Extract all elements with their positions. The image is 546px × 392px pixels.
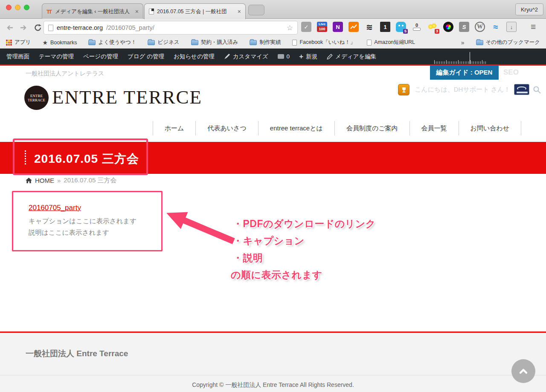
close-window-button[interactable] <box>6 5 12 10</box>
nav-membership[interactable]: 会員制度のご案内 <box>334 121 410 135</box>
chevron-up-icon <box>517 365 529 377</box>
new-tab-button[interactable] <box>248 5 264 15</box>
search-icon[interactable] <box>532 85 542 96</box>
plus-icon: + <box>299 52 303 61</box>
pdf-download-link[interactable]: 20160705_party <box>29 204 81 212</box>
extension-badge: 5 <box>403 29 408 34</box>
bookmark-folder[interactable]: よく使うやつ！ <box>88 39 136 46</box>
folder-icon <box>191 40 198 45</box>
tab-title: メディアを編集 ‹ 一般社団法人 <box>55 8 132 15</box>
back-button[interactable] <box>4 22 15 33</box>
folder-icon <box>250 40 257 45</box>
apps-shortcut[interactable]: アプリ <box>6 39 31 46</box>
back-arrow-icon <box>5 23 15 32</box>
ghost-eyes <box>398 25 404 26</box>
admin-edit-media-link[interactable]: メディアを編集 <box>322 49 381 64</box>
trophy-icon-button[interactable] <box>398 84 410 95</box>
admin-pages-link[interactable]: ページの管理 <box>78 49 123 64</box>
edit-guide-button[interactable]: 編集ガイド : OPEN <box>430 65 499 80</box>
live100-extension-icon[interactable]: Live100 <box>317 22 327 32</box>
counter-extension-icon[interactable]: 0 <box>412 22 422 32</box>
site-logo-text[interactable]: ENTRE TERRCE <box>52 86 202 108</box>
annotation-notes: ・PDFのダウンロードのリンク ・キャプション ・説明 の順に表示されます <box>233 215 376 283</box>
main-navigation: ホーム 代表あいさつ entree terraceとは 会員制度のご案内 会員一… <box>153 121 521 135</box>
url-domain: entre-terrace.org <box>57 24 103 31</box>
brush-icon <box>224 53 230 60</box>
page-icon <box>367 40 372 46</box>
color-wheel-hub <box>446 24 451 29</box>
profile-button[interactable]: Kryu^2 <box>515 3 543 15</box>
badge-bar <box>517 92 528 93</box>
analytics-extension-icon[interactable] <box>349 22 359 32</box>
extension-badge: 3 <box>435 29 439 34</box>
other-bookmarks-folder[interactable]: その他のブックマーク <box>476 39 540 46</box>
bookmark-star-icon[interactable]: ☆ <box>287 23 293 32</box>
stylish-extension-icon[interactable]: S <box>459 22 469 32</box>
site-logo-seal[interactable]: ENTRE TERRACE <box>24 86 49 110</box>
nav-about[interactable]: entree terraceとは <box>258 121 334 135</box>
address-bar[interactable]: entre-terrace.org/20160705_party/ ☆ <box>44 21 298 35</box>
admin-customize-link[interactable]: カスタマイズ <box>219 49 273 64</box>
admin-news-link[interactable]: お知らせの管理 <box>169 49 219 64</box>
admin-blog-link[interactable]: ブログ の管理 <box>123 49 169 64</box>
scroll-to-top-button[interactable] <box>511 359 535 383</box>
nav-contact[interactable]: お問い合わせ <box>459 121 521 135</box>
wordpress-extension-icon[interactable]: W <box>475 22 485 32</box>
browser-tab-strip: TT メディアを編集 ‹ 一般社団法人 × 2016.07.05 三方会 | 一… <box>0 0 546 19</box>
admin-comments-link[interactable]: 0 <box>273 49 295 64</box>
color-picker-extension-icon[interactable] <box>443 22 453 32</box>
lightbulb-extension-icon[interactable]: 3 <box>427 22 438 32</box>
admin-new-link[interactable]: + 新規 <box>294 49 322 64</box>
chart-line-icon <box>350 23 357 31</box>
onenote-extension-icon[interactable]: N <box>333 22 343 32</box>
reload-icon <box>33 23 43 32</box>
admin-dashboard-link[interactable]: 管理画面 <box>2 49 34 64</box>
bookmark-folder[interactable]: ビジネス <box>148 39 179 46</box>
tab-close-icon[interactable]: × <box>238 8 241 15</box>
waves-extension-icon[interactable]: ≈ <box>491 22 501 32</box>
annotation-box-attachment: 20160705_party キャプションはここに表示されます 説明はここに表示… <box>12 191 163 251</box>
bookmark-folder[interactable]: 契約・購入済み <box>191 39 238 46</box>
site-footer: 一般社団法人 Entre Terrace Copyright © 一般社団法人 … <box>0 331 546 392</box>
tab-current-page[interactable]: 2016.07.05 三方会 | 一般社団 × <box>144 3 246 19</box>
extension-row: ✓ Live100 N ≋ 1 5 0 3 S W ≈ ↓ <box>301 22 517 32</box>
tab-title: 2016.07.05 三方会 | 一般社団 <box>157 8 235 15</box>
annotation-line: ・キャプション <box>233 232 376 249</box>
annotation-line: ・PDFのダウンロードのリンク <box>233 215 376 232</box>
bookmark-folder[interactable]: 制作実績 <box>250 39 281 46</box>
minimize-window-button[interactable] <box>15 5 20 10</box>
browser-menu-icon[interactable]: ≡ <box>531 23 536 31</box>
check-extension-icon[interactable]: ✓ <box>301 22 311 32</box>
site-meta-title: 一般社団法人アントレテラス <box>26 70 104 78</box>
annotation-arrow <box>165 209 235 245</box>
bookmark-item[interactable]: ★Bookmarks <box>42 39 77 46</box>
entre-terrace-favicon: TT <box>46 9 52 15</box>
breadcrumb-current: 2016.07.05 三方会 <box>64 176 116 184</box>
ghostery-extension-icon[interactable]: 5 <box>396 22 406 32</box>
layers-extension-icon[interactable]: ≋ <box>364 22 375 32</box>
bulb-icon <box>432 23 436 28</box>
bookmarks-overflow-icon[interactable]: » <box>461 39 465 46</box>
bookmark-item[interactable]: Amazon短縮URL <box>367 39 415 46</box>
window-controls[interactable] <box>6 5 29 10</box>
bookmark-item[interactable]: Facebook「いいね！」 <box>292 39 355 46</box>
forward-button[interactable] <box>18 22 29 33</box>
star-icon: ★ <box>42 39 48 46</box>
badge-swirl <box>517 86 526 90</box>
onetab-extension-icon[interactable]: 1 <box>380 22 390 32</box>
reload-button[interactable] <box>32 22 44 33</box>
tab-close-icon[interactable]: × <box>135 8 139 15</box>
nav-members[interactable]: 会員一覧 <box>410 121 459 135</box>
nav-home[interactable]: ホーム <box>153 121 196 135</box>
page-icon <box>292 40 297 46</box>
ruler-tall-tick <box>470 52 470 64</box>
ruler-ticks-mid <box>434 60 486 64</box>
apps-grid-icon <box>6 40 12 46</box>
zoom-window-button[interactable] <box>24 5 29 10</box>
admin-themes-link[interactable]: テーマの管理 <box>34 49 78 64</box>
tab-media-edit[interactable]: TT メディアを編集 ‹ 一般社団法人 × <box>42 3 143 19</box>
nav-message[interactable]: 代表あいさつ <box>195 121 258 135</box>
download-extension-icon[interactable]: ↓ <box>506 22 517 32</box>
breadcrumb-home[interactable]: HOME <box>35 177 54 184</box>
folder-icon <box>476 40 483 45</box>
